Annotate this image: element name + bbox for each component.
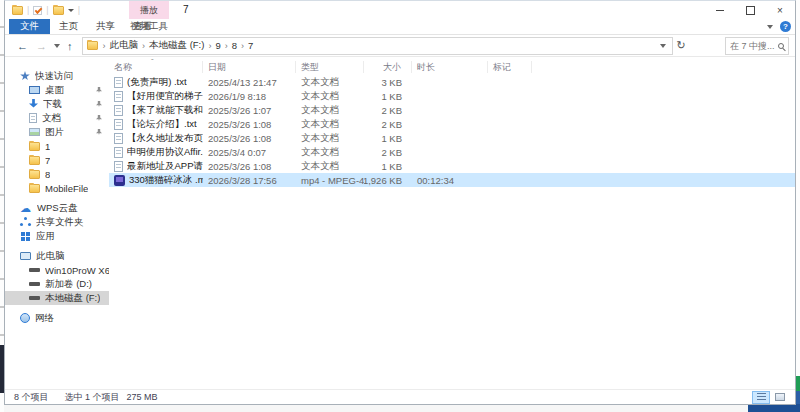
- up-button[interactable]: ↑: [63, 37, 77, 55]
- file-row[interactable]: (免责声明) .txt 2025/4/13 21:47 文本文档 3 KB: [109, 75, 795, 89]
- tab-file[interactable]: 文件: [9, 19, 50, 34]
- file-row[interactable]: 【来了就能下载和... 2025/3/26 1:07 文本文档 2 KB: [109, 103, 795, 117]
- sidebar-item-shared-folder[interactable]: 共享文件夹: [5, 215, 109, 229]
- drive-icon: [29, 268, 40, 272]
- toolbar-divider: |: [27, 6, 29, 15]
- breadcrumb-separator-icon: ›: [138, 41, 149, 51]
- address-bar[interactable]: ›此电脑›本地磁盘 (F:)›9›8›7: [82, 37, 674, 55]
- sidebar-item-desktop[interactable]: 桌面: [5, 83, 109, 97]
- maximize-button[interactable]: [735, 1, 765, 19]
- back-button[interactable]: ←: [13, 37, 32, 55]
- sidebar-item-documents[interactable]: 文档: [5, 111, 109, 125]
- status-bar: 8 个项目 选中 1 个项目 275 MB: [5, 389, 795, 404]
- tab-share[interactable]: 共享: [87, 19, 124, 34]
- breadcrumb: ›此电脑›本地磁盘 (F:)›9›8›7: [99, 39, 254, 52]
- thumbnails-view-icon: [775, 393, 785, 401]
- drive-icon: [29, 296, 40, 300]
- sidebar-item-downloads[interactable]: 下载: [5, 97, 109, 111]
- file-type: 文本文档: [296, 146, 364, 159]
- folder-icon[interactable]: [12, 6, 23, 15]
- pic-icon: [29, 128, 40, 136]
- file-size: 2 KB: [364, 105, 412, 116]
- sidebar-item-pictures[interactable]: 图片: [5, 125, 109, 139]
- sidebar-item-label: WPS云盘: [37, 202, 78, 215]
- file-rows: (免责声明) .txt 2025/4/13 21:47 文本文档 3 KB 【好…: [109, 75, 795, 187]
- column-header-size[interactable]: 大小: [364, 61, 412, 73]
- txt-file-icon: [114, 147, 123, 158]
- help-icon[interactable]: ?: [780, 21, 791, 32]
- sidebar-item-folder-8[interactable]: 8: [5, 167, 109, 181]
- sidebar-item-label: 网络: [35, 312, 54, 325]
- file-date: 2025/3/26 1:08: [203, 133, 296, 144]
- minimize-button[interactable]: [705, 1, 735, 19]
- title-bar[interactable]: | | | 播放 7 ×: [5, 1, 795, 19]
- tab-home[interactable]: 主页: [50, 19, 87, 34]
- file-row[interactable]: 【论坛介绍】.txt 2025/3/26 1:08 文本文档 2 KB: [109, 117, 795, 131]
- file-name: 【永久地址发布页...: [127, 132, 203, 145]
- folder-icon: [29, 142, 40, 151]
- sidebar-item-drive-f[interactable]: 本地磁盘 (F:): [5, 291, 109, 305]
- explorer-window: | | | 播放 7 × 文件 主页 共享 查看 视频工具 ? ← → ↑: [4, 0, 796, 405]
- column-header-name[interactable]: 名称: [109, 61, 203, 73]
- customize-toolbar-caret-icon[interactable]: [68, 9, 74, 12]
- sidebar-item-label: 共享文件夹: [36, 216, 84, 229]
- file-row[interactable]: 330猫猫碎冰冰 .mp4 2026/3/28 17:56 mp4 - MPEG…: [109, 173, 795, 187]
- sidebar-item-drive-d[interactable]: 新加卷 (D:): [5, 277, 109, 291]
- apps-icon: [21, 232, 25, 236]
- new-folder-icon[interactable]: [53, 6, 64, 15]
- search-input[interactable]: [730, 41, 776, 51]
- file-row[interactable]: 【永久地址发布页... 2025/3/26 1:08 文本文档 1 KB: [109, 131, 795, 145]
- folder-icon: [29, 156, 40, 165]
- sidebar-item-this-pc[interactable]: 此电脑: [5, 249, 109, 263]
- file-date: 2025/3/26 1:08: [203, 161, 296, 172]
- sidebar-item-wps-cloud[interactable]: WPS云盘: [5, 201, 109, 215]
- file-date: 2025/3/26 1:07: [203, 105, 296, 116]
- properties-check-icon[interactable]: [33, 6, 42, 15]
- file-date: 2025/3/26 1:08: [203, 119, 296, 130]
- file-row[interactable]: 【好用便宜的梯子... 2026/1/9 8:18 文本文档 1 KB: [109, 89, 795, 103]
- column-header-tags[interactable]: 标记: [488, 61, 532, 73]
- recent-locations-chevron-icon[interactable]: [51, 44, 63, 48]
- star-icon: [20, 71, 30, 81]
- breadcrumb-segment[interactable]: 此电脑: [110, 39, 139, 52]
- search-box[interactable]: [725, 37, 789, 55]
- breadcrumb-segment[interactable]: 本地磁盘 (F:): [149, 39, 204, 52]
- thumbnails-view-button[interactable]: [771, 391, 789, 404]
- column-header-date[interactable]: 日期: [203, 61, 296, 73]
- file-row[interactable]: 申明使用协议Affir... 2025/3/4 0:07 文本文档 2 KB: [109, 145, 795, 159]
- sidebar-item-folder-7[interactable]: 7: [5, 153, 109, 167]
- close-button[interactable]: ×: [765, 1, 795, 19]
- column-header-duration[interactable]: 时长: [412, 61, 488, 73]
- contextual-tab-group-play[interactable]: 播放: [129, 1, 169, 19]
- file-type: mp4 - MPEG-4 ...: [296, 175, 364, 186]
- file-name: 【好用便宜的梯子...: [127, 90, 203, 103]
- sidebar-item-label: 7: [45, 155, 50, 166]
- forward-button[interactable]: →: [32, 37, 51, 55]
- sidebar-item-network[interactable]: 网络: [5, 311, 109, 325]
- file-name: 申明使用协议Affir...: [127, 146, 203, 159]
- sidebar-item-folder-mobilefile[interactable]: MobileFile: [5, 181, 109, 195]
- background-green-fragment: [796, 376, 800, 391]
- file-name: (免责声明) .txt: [127, 76, 187, 89]
- address-dropdown-chevron-icon[interactable]: [656, 44, 670, 48]
- file-row[interactable]: 最新地址及APP请... 2025/3/26 1:08 文本文档 1 KB: [109, 159, 795, 173]
- pin-icon: [96, 115, 102, 121]
- file-list-pane: ˆ 名称 日期 类型 大小 时长 标记 (免责声明) .txt 2025/4/1…: [109, 57, 795, 389]
- pin-icon: [96, 101, 102, 107]
- file-name: 330猫猫碎冰冰 .mp4: [129, 174, 203, 187]
- file-type: 文本文档: [296, 160, 364, 173]
- breadcrumb-segment[interactable]: 7: [248, 40, 253, 51]
- sidebar-item-drive-c[interactable]: Win10ProW X64 (C:): [5, 263, 109, 277]
- refresh-icon[interactable]: ↻: [673, 39, 689, 52]
- drive-icon: [29, 282, 40, 286]
- pin-icon: [96, 87, 102, 93]
- sidebar-item-folder-1[interactable]: 1: [5, 139, 109, 153]
- ribbon-collapse-chevron-icon[interactable]: [767, 25, 773, 29]
- sidebar-item-apps[interactable]: 应用: [5, 229, 109, 243]
- breadcrumb-separator-icon: ›: [99, 41, 110, 51]
- details-view-button[interactable]: [752, 391, 770, 404]
- tab-video-tools[interactable]: 视频工具: [129, 19, 169, 34]
- window-title: 7: [183, 4, 189, 15]
- sidebar-item-quick-access[interactable]: 快速访问: [5, 69, 109, 83]
- column-header-type[interactable]: 类型: [296, 61, 364, 73]
